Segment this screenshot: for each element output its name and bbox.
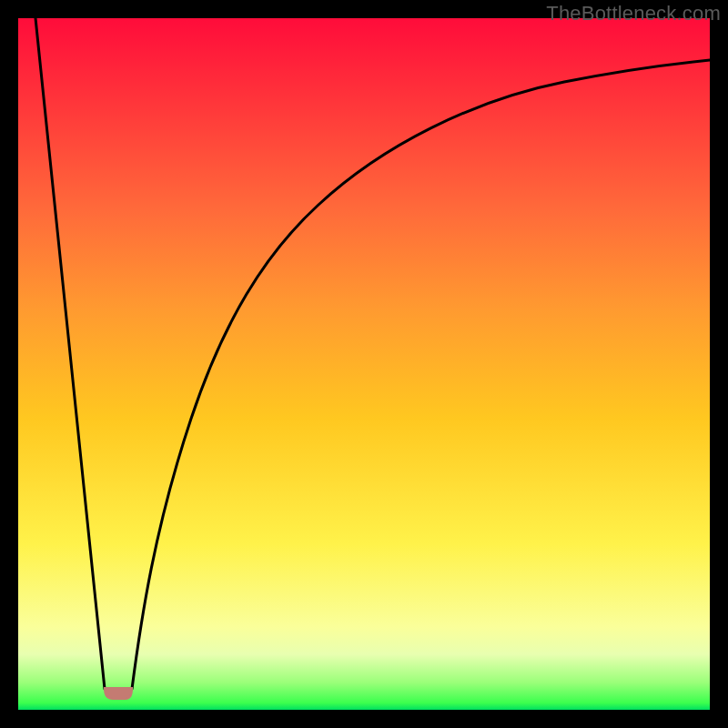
plot-area	[18, 18, 710, 710]
chart-frame: TheBottleneck.com	[0, 0, 728, 728]
minimum-marker	[105, 688, 132, 699]
watermark-text: TheBottleneck.com	[546, 2, 721, 25]
curve-right-rise	[132, 60, 710, 689]
curve-svg	[18, 18, 710, 710]
curve-left-descent	[35, 18, 105, 689]
